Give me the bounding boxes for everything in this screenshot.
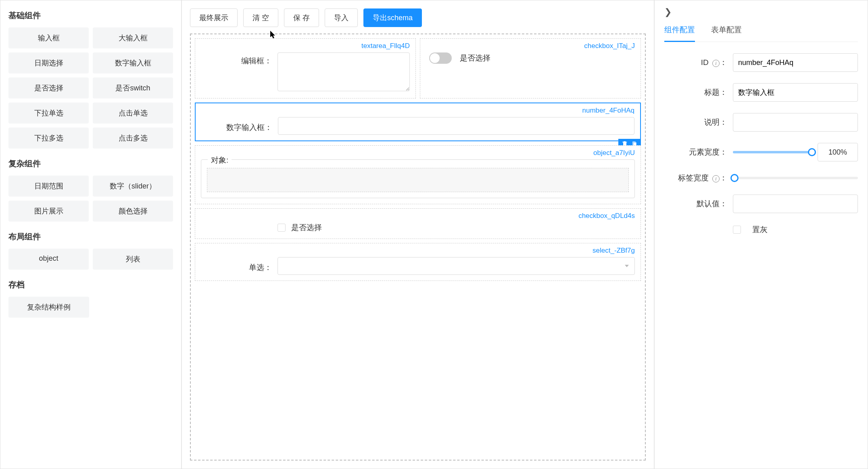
component-palette: 基础组件 输入框 大输入框 日期选择 数字输入框 是否选择 是否switch 下… (0, 0, 182, 469)
canvas-area: 最终展示 清 空 保 存 导入 导出schema textarea_Fllq4D… (182, 0, 654, 469)
palette-multiselect[interactable]: 下拉多选 (8, 128, 89, 149)
section-title-basic: 基础组件 (8, 10, 173, 21)
canvas-item-number[interactable]: number_4FoHAq 数字输入框： (195, 103, 641, 141)
palette-slider[interactable]: 数字（slider） (93, 176, 173, 197)
prop-checkbox-disabled[interactable] (733, 226, 741, 234)
canvas-item-select[interactable]: select_-ZBf7g 单选： (195, 243, 641, 281)
canvas-item-textarea[interactable]: textarea_Fllq4D 编辑框： (195, 38, 416, 98)
slider-handle[interactable] (808, 148, 816, 156)
preview-button[interactable]: 最终展示 (190, 8, 238, 27)
prop-label-labelwidth: 标签宽度 i： (664, 173, 733, 183)
palette-sample[interactable]: 复杂结构样例 (8, 297, 89, 318)
canvas-item-object[interactable]: object_a7IyiU 对象: (195, 145, 641, 204)
item-id: object_a7IyiU (201, 149, 635, 157)
prop-label-width: 元素宽度： (664, 147, 733, 157)
palette-object[interactable]: object (8, 249, 89, 270)
save-button[interactable]: 保 存 (284, 8, 319, 27)
section-title-complex: 复杂组件 (8, 158, 173, 169)
prop-input-default[interactable] (733, 195, 858, 213)
item-id: checkbox_qDLd4s (201, 212, 635, 220)
labelwidth-slider[interactable] (733, 177, 858, 179)
palette-input[interactable]: 输入框 (8, 27, 89, 48)
prop-input-desc[interactable] (733, 113, 858, 132)
info-icon[interactable]: i (712, 175, 720, 182)
prop-input-title[interactable] (733, 83, 858, 102)
prop-label-id: ID i： (664, 57, 733, 68)
item-id: select_-ZBf7g (201, 247, 635, 255)
width-value[interactable]: 100% (818, 143, 858, 161)
width-slider[interactable] (733, 151, 812, 153)
field-label: 是否选择 (460, 53, 490, 63)
prop-label-default: 默认值： (664, 199, 733, 209)
switch-toggle[interactable] (429, 52, 452, 64)
palette-list[interactable]: 列表 (93, 249, 173, 270)
palette-daterange[interactable]: 日期范围 (8, 176, 89, 197)
canvas-item-checkbox[interactable]: checkbox_qDLd4s 是否选择 (195, 208, 641, 239)
item-id: number_4FoHAq (201, 107, 634, 115)
palette-color[interactable]: 颜色选择 (93, 201, 173, 222)
property-panel: ❯ 组件配置 表单配置 ID i： 标题： 说明： 元素宽度： 100% 标签宽… (654, 0, 868, 469)
textarea-input[interactable] (278, 52, 410, 91)
prop-label-disabled: 置灰 (752, 224, 768, 235)
item-id: textarea_Fllq4D (201, 42, 410, 50)
field-label: 是否选择 (291, 222, 322, 233)
palette-number[interactable]: 数字输入框 (93, 52, 173, 73)
fieldset-legend: 对象: (208, 155, 232, 165)
item-id: checkbox_ITaj_J (426, 42, 635, 50)
palette-select[interactable]: 下拉单选 (8, 103, 89, 124)
field-label: 编辑框： (201, 52, 278, 66)
select-input[interactable] (278, 257, 635, 275)
number-input[interactable] (278, 117, 634, 135)
palette-switch[interactable]: 是否switch (93, 77, 173, 98)
tab-component-config[interactable]: 组件配置 (664, 21, 695, 42)
info-icon[interactable]: i (712, 60, 720, 67)
palette-image[interactable]: 图片展示 (8, 201, 89, 222)
export-schema-button[interactable]: 导出schema (363, 8, 422, 27)
palette-textarea[interactable]: 大输入框 (93, 27, 173, 48)
section-title-archive: 存档 (8, 279, 173, 290)
form-canvas[interactable]: textarea_Fllq4D 编辑框： checkbox_ITaj_J 是否选… (190, 34, 646, 461)
checkbox-input[interactable] (278, 224, 286, 232)
field-label: 单选： (201, 259, 278, 273)
import-button[interactable]: 导入 (325, 8, 358, 27)
chevron-right-icon[interactable]: ❯ (664, 7, 858, 17)
field-label: 数字输入框： (201, 119, 278, 133)
slider-handle[interactable] (730, 174, 739, 182)
prop-label-title: 标题： (664, 87, 733, 98)
tab-form-config[interactable]: 表单配置 (711, 21, 742, 42)
object-dropzone[interactable] (207, 168, 629, 192)
prop-label-desc: 说明： (664, 117, 733, 128)
palette-checkboxgroup[interactable]: 点击多选 (93, 128, 173, 149)
palette-radio[interactable]: 点击单选 (93, 103, 173, 124)
toolbar: 最终展示 清 空 保 存 导入 导出schema (190, 8, 646, 27)
section-title-layout: 布局组件 (8, 231, 173, 242)
clear-button[interactable]: 清 空 (243, 8, 278, 27)
prop-input-id[interactable] (733, 53, 858, 72)
canvas-item-switch[interactable]: checkbox_ITaj_J 是否选择 (420, 38, 641, 98)
palette-date[interactable]: 日期选择 (8, 52, 89, 73)
panel-tabs: 组件配置 表单配置 (664, 21, 858, 42)
palette-checkbox[interactable]: 是否选择 (8, 77, 89, 98)
